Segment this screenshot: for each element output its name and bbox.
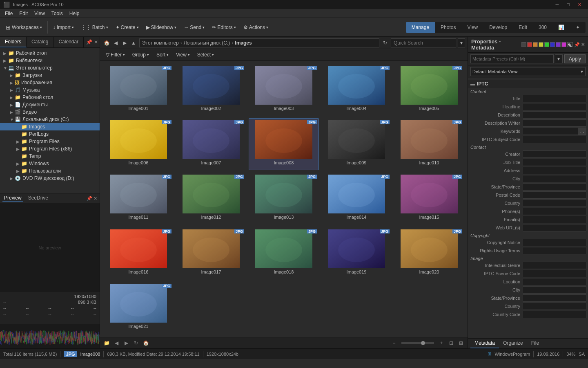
field-country-code-input[interactable] — [523, 311, 586, 318]
thumbnail-image021[interactable]: JPGImage021 — [103, 282, 174, 334]
field-headline-input[interactable] — [523, 103, 586, 110]
thumbnail-image013[interactable]: JPGImage013 — [249, 173, 319, 224]
field-weburl-input[interactable] — [523, 224, 586, 231]
minimize-button[interactable]: ─ — [552, 1, 562, 8]
field-jobtitle-input[interactable] — [523, 159, 586, 166]
rate-2[interactable] — [533, 42, 538, 47]
gallery-new-folder-icon[interactable]: 📁 — [102, 339, 111, 347]
tree-docs[interactable]: ▶ 📄 Документы — [0, 101, 100, 108]
field-iptc-scene-code-input[interactable] — [523, 270, 586, 277]
tab-file[interactable]: File — [527, 339, 543, 348]
home-button[interactable]: 🏠 — [102, 39, 111, 47]
gallery-home-icon[interactable]: 🏠 — [142, 339, 150, 347]
thumbnail-image019[interactable]: JPGImage019 — [321, 227, 392, 279]
tree-temp[interactable]: 📁 Temp — [0, 153, 100, 160]
actual-size-icon[interactable]: ⊞ — [457, 339, 465, 347]
field-keywords-input[interactable] — [523, 128, 578, 135]
sort-button[interactable]: Sort ▾ — [153, 51, 172, 59]
thumbnail-image015[interactable]: JPGImage015 — [394, 173, 464, 224]
gallery-back-icon[interactable]: ◀ — [112, 339, 120, 347]
field-city2-input[interactable] — [523, 286, 586, 294]
forward-button[interactable]: ▶ — [120, 39, 129, 47]
thumbnail-image009[interactable]: JPGImage009 — [321, 118, 392, 170]
thumbnail-image001[interactable]: JPGImage001 — [103, 64, 174, 116]
mode-view[interactable]: View — [461, 22, 483, 33]
metadata-preset-input[interactable] — [470, 54, 554, 63]
thumbnail-image003[interactable]: JPGImage003 — [249, 64, 319, 116]
close-panel-icon[interactable]: ✕ — [94, 39, 98, 45]
gallery-forward-icon[interactable]: ▶ — [122, 339, 130, 347]
refresh-button[interactable]: ↻ — [381, 39, 389, 47]
mode-extra[interactable]: ✦ — [570, 22, 586, 33]
tab-catalog[interactable]: Catalog — [27, 37, 53, 47]
mode-photos[interactable]: Photos — [435, 22, 461, 33]
mode-develop[interactable]: Develop — [483, 22, 513, 33]
pin-right-icon[interactable]: 📌 — [574, 42, 580, 47]
tab-calendar[interactable]: Calendar — [53, 37, 84, 47]
thumbnail-image016[interactable]: JPGImage016 — [103, 227, 174, 279]
field-phones-input[interactable] — [523, 208, 586, 215]
field-desc-writer-input[interactable] — [523, 119, 586, 127]
tree-desktop[interactable]: ▶ 📁 Рабочий стол — [0, 49, 100, 57]
field-country2-input[interactable] — [523, 303, 586, 310]
menu-view[interactable]: View — [31, 10, 48, 17]
select-button[interactable]: Select ▾ — [194, 51, 217, 59]
apply-button[interactable]: Apply — [564, 54, 586, 63]
view-button[interactable]: View ▾ — [173, 51, 193, 59]
menu-tools[interactable]: Tools — [48, 10, 66, 17]
maximize-button[interactable]: □ — [564, 1, 573, 8]
back-button[interactable]: ◀ — [111, 39, 120, 47]
zoom-out-icon[interactable]: − — [390, 339, 398, 347]
tree-downloads[interactable]: ▶ 📁 Загрузки — [0, 72, 100, 79]
slideshow-button[interactable]: ▶ Slideshow ▾ — [143, 20, 180, 34]
preset-dropdown-button[interactable]: ▾ — [555, 54, 563, 63]
tree-programfiles[interactable]: ▶ 📁 Program Files — [0, 138, 100, 145]
zoom-in-icon[interactable]: + — [437, 339, 445, 347]
field-location-input[interactable] — [523, 278, 586, 285]
search-input[interactable] — [391, 38, 456, 47]
tab-preview[interactable]: Preview — [2, 195, 23, 202]
tab-seedrive[interactable]: SeeDrive — [27, 195, 50, 202]
thumbnail-image014[interactable]: JPGImage014 — [321, 173, 392, 224]
field-state2-input[interactable] — [523, 294, 586, 302]
view-select-arrow[interactable]: ▾ — [578, 67, 586, 76]
filter-button[interactable]: ▽ Filter ▾ — [102, 51, 128, 59]
gallery-refresh-icon[interactable]: ↻ — [132, 339, 140, 347]
rate-check[interactable] — [521, 42, 526, 47]
batch-button[interactable]: ⋮⋮ Batch ▾ — [78, 20, 111, 34]
field-title-input[interactable] — [523, 95, 586, 102]
editors-button[interactable]: ✏ Editors ▾ — [209, 20, 239, 34]
mode-edit[interactable]: Edit — [513, 22, 533, 33]
menu-help[interactable]: Help — [66, 10, 83, 17]
rate-6[interactable] — [556, 42, 561, 47]
tree-windows[interactable]: ▶ 📁 Windows — [0, 160, 100, 167]
thumbnail-image004[interactable]: JPGImage004 — [321, 64, 392, 116]
thumbnail-image007[interactable]: JPGImage007 — [176, 118, 246, 170]
field-country-input[interactable] — [523, 200, 586, 207]
thumbnail-image002[interactable]: JPGImage002 — [176, 64, 246, 116]
field-emails-input[interactable] — [523, 216, 586, 223]
rate-1[interactable] — [527, 42, 532, 47]
thumbnail-image010[interactable]: JPGImage010 — [394, 118, 464, 170]
tree-programfilesx86[interactable]: ▶ 📁 Program Files (x86) — [0, 145, 100, 153]
tree-video[interactable]: ▶ 🎬 Видео — [0, 108, 100, 116]
tree-local-c[interactable]: ▼ 💾 Локальный диск (C:) — [0, 116, 100, 123]
mode-manage[interactable]: Manage — [406, 22, 435, 33]
actions-button[interactable]: ⚙ Actions ▾ — [240, 20, 272, 34]
thumbnail-image012[interactable]: JPGImage012 — [176, 173, 246, 224]
tree-images-folder[interactable]: 📁 Images — [0, 123, 100, 130]
field-rights-usage-input[interactable] — [523, 247, 586, 254]
send-button[interactable]: → Send ▾ — [180, 20, 208, 34]
thumbnail-image005[interactable]: JPGImage005 — [394, 64, 464, 116]
keywords-edit-button[interactable]: … — [578, 128, 586, 135]
rate-7[interactable] — [561, 42, 566, 47]
tree-desktop2[interactable]: ▶ 📁 Рабочий стол — [0, 94, 100, 101]
zoom-slider[interactable] — [401, 342, 434, 344]
tree-dvd[interactable]: ▶ 💿 DVD RW дисковод (D:) — [0, 175, 100, 182]
rate-3[interactable] — [539, 42, 543, 47]
mode-300[interactable]: 300 — [533, 22, 552, 33]
field-iptc-subject-input[interactable] — [523, 136, 586, 143]
tree-perflogs[interactable]: 📁 PerfLogs — [0, 130, 100, 138]
menu-edit[interactable]: Edit — [16, 10, 31, 17]
group-button[interactable]: Group ▾ — [129, 51, 152, 59]
